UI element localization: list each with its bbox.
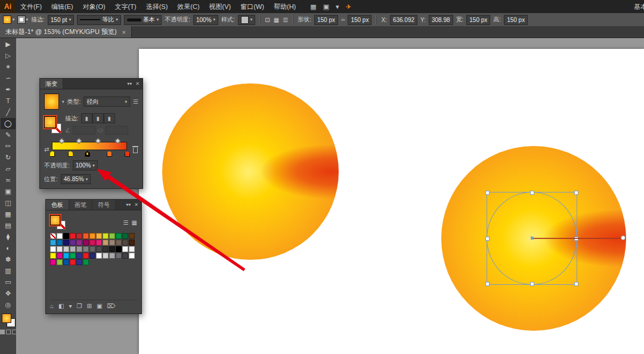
rotate-tool[interactable]: ↻ (1, 152, 16, 163)
magic-wand-tool[interactable]: ✶ (1, 61, 16, 73)
link-dimensions-icon[interactable]: ∞ (341, 17, 345, 23)
swatch[interactable] (129, 233, 135, 239)
menu-item[interactable]: 帮助(H) (269, 0, 301, 13)
selection-handle[interactable] (485, 191, 490, 195)
delete-swatch-icon[interactable]: ⌦ (107, 303, 115, 309)
gradient-annotator-endpoint[interactable] (621, 235, 626, 240)
blend-tool[interactable]: ◐ (1, 243, 16, 254)
pencil-tool[interactable]: ✏ (1, 141, 16, 152)
w-field[interactable]: 150 px (466, 15, 490, 25)
x-field[interactable]: 636.092 (390, 15, 417, 25)
selection-handle[interactable] (574, 191, 578, 195)
selection-handle[interactable] (574, 282, 578, 286)
gradient-stop[interactable] (125, 151, 130, 157)
tab-swatches[interactable]: 色板 (46, 200, 69, 210)
brush-definition-select[interactable]: 基本▾ (124, 15, 162, 25)
gradient-aspect-field[interactable] (106, 126, 128, 135)
swatch[interactable] (63, 240, 69, 246)
y-field[interactable]: 308.98 (429, 15, 453, 25)
swatch[interactable] (122, 246, 128, 252)
gradient-slider[interactable] (52, 142, 127, 150)
swatch[interactable] (50, 246, 56, 252)
swatch[interactable] (96, 253, 102, 259)
selection-handle[interactable] (530, 282, 534, 286)
tab-brushes[interactable]: 画笔 (69, 200, 92, 210)
align-icon[interactable]: ▦ (274, 17, 279, 23)
gradient-within-stroke-icon[interactable]: ▮ (81, 113, 92, 123)
menu-item[interactable]: 文字(T) (110, 0, 141, 13)
bridge-icon[interactable]: ▦ (310, 3, 316, 11)
swatch[interactable] (109, 240, 115, 246)
style-select[interactable]: ▾ (238, 15, 256, 25)
h-field[interactable]: 150 px (504, 15, 528, 25)
swatch[interactable] (89, 233, 95, 239)
menu-item[interactable]: 效果(C) (172, 0, 204, 13)
drawing-mode-icons[interactable] (0, 330, 17, 334)
gradient-across-stroke-icon[interactable]: ▮ (104, 113, 115, 123)
collapse-panel-icon[interactable]: ▾▾ (127, 81, 132, 86)
swatch[interactable] (50, 233, 56, 239)
scale-tool[interactable]: ▱ (1, 163, 16, 175)
free-transform-tool[interactable]: ▣ (1, 186, 16, 197)
swatch[interactable] (70, 240, 76, 246)
gpu-performance-icon[interactable]: ✈ (346, 3, 351, 11)
swatch[interactable] (103, 240, 109, 246)
gradient-type-select[interactable]: 径向▾ (83, 97, 130, 107)
graph-tool[interactable]: ▥ (1, 265, 16, 277)
swatch[interactable] (57, 253, 63, 259)
gradient-stop[interactable] (85, 151, 90, 157)
swatch[interactable] (83, 246, 89, 252)
selection-handle[interactable] (485, 237, 490, 241)
menu-item[interactable]: 视图(V) (205, 0, 236, 13)
swatch[interactable] (70, 246, 76, 252)
swatch[interactable] (57, 233, 63, 239)
menu-item[interactable]: 文件(F) (16, 0, 47, 13)
swatch[interactable] (76, 246, 82, 252)
document-tab[interactable]: 未标题-1* @ 153% (CMYK/GPU 预览) × (0, 26, 132, 38)
stop-opacity-field[interactable]: 100%▾ (73, 160, 98, 170)
opacity-field[interactable]: 100%▾ (193, 15, 218, 25)
swatch[interactable] (122, 240, 128, 246)
swatch[interactable] (63, 259, 69, 265)
close-icon[interactable]: × (122, 29, 126, 36)
gradient-stop[interactable] (107, 151, 112, 157)
menu-item[interactable]: 窗口(W) (236, 0, 269, 13)
fill-stroke-proxy[interactable] (2, 313, 15, 327)
swatch[interactable] (103, 253, 109, 259)
panel-menu-icon[interactable]: ☰ (133, 98, 138, 105)
isolate-icon[interactable]: ⊡ (265, 17, 270, 23)
delete-stop-icon[interactable] (132, 146, 138, 153)
swatch[interactable] (50, 253, 56, 259)
zoom-tool[interactable]: ◎ (1, 299, 16, 310)
options-menu-icon[interactable]: ☰ (283, 17, 288, 23)
swatch[interactable] (76, 240, 82, 246)
swatch[interactable] (83, 233, 89, 239)
draw-normal-icon[interactable] (0, 330, 5, 334)
artboard-tool[interactable]: ▭ (1, 277, 16, 288)
swatch[interactable] (76, 233, 82, 239)
type-tool[interactable]: T (1, 95, 16, 107)
new-color-group-icon[interactable]: ⊞ (87, 303, 92, 309)
pen-tool[interactable]: ✒ (1, 84, 16, 95)
swatch[interactable] (109, 253, 115, 259)
selection-handle[interactable] (530, 191, 534, 195)
menu-item[interactable]: 对象(O) (78, 0, 110, 13)
ellipse-tool[interactable]: ◯ (1, 118, 16, 129)
mesh-tool[interactable]: ▦ (1, 209, 16, 220)
shape-height-field[interactable]: 150 px (348, 15, 371, 25)
swatch[interactable] (83, 253, 89, 259)
swatch[interactable] (103, 246, 109, 252)
color-themes-icon[interactable]: ◧ (58, 303, 64, 309)
new-swatch-icon[interactable]: ▣ (97, 303, 102, 309)
swatch[interactable] (89, 253, 95, 259)
gradient-annotator-line[interactable] (534, 238, 623, 239)
close-panel-icon[interactable]: ✕ (134, 202, 138, 207)
swatch[interactable] (63, 233, 69, 239)
gradient-panel-tab[interactable]: 渐变 (40, 79, 63, 89)
gradient-circle-left[interactable] (162, 83, 339, 260)
close-panel-icon[interactable]: ✕ (135, 81, 140, 86)
swatch[interactable] (50, 259, 56, 265)
menu-item[interactable]: 编辑(E) (47, 0, 78, 13)
draw-behind-icon[interactable] (6, 330, 11, 334)
swatch[interactable] (57, 259, 63, 265)
